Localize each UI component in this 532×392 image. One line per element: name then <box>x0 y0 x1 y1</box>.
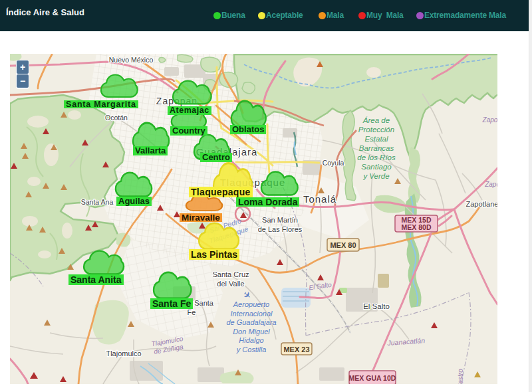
svg-text:Protección: Protección <box>358 126 394 134</box>
svg-text:Santa Cruz: Santa Cruz <box>212 270 249 278</box>
svg-text:Área de: Área de <box>362 116 390 124</box>
svg-text:MEX GUA 10D: MEX GUA 10D <box>349 374 396 382</box>
svg-text:San Martín: San Martín <box>262 216 298 224</box>
svg-text:Estatal: Estatal <box>364 135 388 143</box>
svg-text:Tlajomulco: Tlajomulco <box>106 349 141 357</box>
svg-text:Ocotán: Ocotán <box>105 114 128 122</box>
svg-text:Zapotlane: Zapotlane <box>466 200 497 208</box>
svg-text:de los Ríos: de los Ríos <box>357 153 396 161</box>
svg-text:Santa Ana: Santa Ana <box>81 198 114 206</box>
svg-text:Castro: Castro <box>457 369 464 384</box>
svg-text:Aeropuerto: Aeropuerto <box>233 300 269 308</box>
svg-text:de Las Flores: de Las Flores <box>258 225 303 233</box>
svg-text:Zapo: Zapo <box>482 116 497 124</box>
svg-text:MEX 80D: MEX 80D <box>402 223 432 231</box>
svg-text:Nuevo México: Nuevo México <box>109 56 154 64</box>
svg-text:Tonalá: Tonalá <box>303 193 336 205</box>
svg-text:y Costilla: y Costilla <box>236 345 267 353</box>
svg-text:El Salto: El Salto <box>363 302 390 310</box>
svg-text:MEX 80: MEX 80 <box>330 241 356 249</box>
svg-text:Barrancas: Barrancas <box>359 144 394 152</box>
svg-text:MEX 23: MEX 23 <box>283 345 309 353</box>
svg-text:Don Miguel: Don Miguel <box>233 328 270 336</box>
svg-text:Zapot: Zapot <box>484 181 497 188</box>
svg-text:del Valle: del Valle <box>217 280 244 288</box>
svg-text:de Guadalajara: de Guadalajara <box>226 318 276 326</box>
svg-text:y Verde: y Verde <box>362 172 389 180</box>
svg-text:Internacional: Internacional <box>231 310 273 318</box>
svg-text:Fe: Fe <box>188 308 196 316</box>
svg-text:Coyula: Coyula <box>323 159 344 167</box>
svg-text:Hidalgo: Hidalgo <box>239 336 263 344</box>
svg-text:Santiago: Santiago <box>361 163 392 171</box>
